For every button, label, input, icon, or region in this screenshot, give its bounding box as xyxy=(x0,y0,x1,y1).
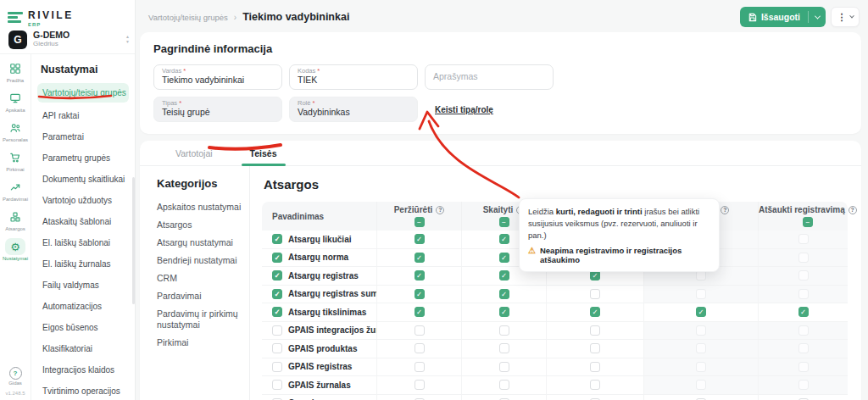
permission-checkbox[interactable]: ✓ xyxy=(499,307,509,317)
permission-checkbox[interactable]: ✓ xyxy=(499,234,509,244)
permission-checkbox[interactable] xyxy=(590,289,600,299)
help-icon[interactable]: ? xyxy=(849,206,857,214)
rail-item-personalas[interactable]: Personalas xyxy=(3,119,28,142)
permission-checkbox[interactable] xyxy=(798,325,809,336)
nav-scrollbar[interactable] xyxy=(132,177,135,304)
permission-checkbox[interactable] xyxy=(798,289,809,299)
category-item-apskaitos-nustatymai[interactable]: Apskaitos nustatymai xyxy=(157,198,242,216)
column-select-all-checkbox[interactable]: − xyxy=(803,217,813,227)
row-select-checkbox[interactable] xyxy=(272,380,282,390)
category-item-crm[interactable]: CRM xyxy=(157,269,242,287)
permission-checkbox[interactable] xyxy=(590,362,600,372)
permission-checkbox[interactable]: ✓ xyxy=(415,289,425,299)
sidebar-item-parametrai[interactable]: Parametrai xyxy=(37,129,129,145)
row-select-checkbox[interactable] xyxy=(272,325,282,336)
rail-item-atsargos[interactable]: Atsargos xyxy=(3,208,28,231)
permission-checkbox[interactable] xyxy=(798,380,809,390)
permission-checkbox[interactable] xyxy=(499,343,509,353)
apra-ymas-field[interactable]: Aprašymas xyxy=(425,64,554,90)
category-item-atsarg-nustatymai[interactable]: Atsargų nustatymai xyxy=(157,234,242,252)
sidebar-item-integracijos-klaidos[interactable]: Integracijos klaidos xyxy=(37,362,129,378)
rail-item-pardavimai[interactable]: Pardavimai xyxy=(3,179,28,202)
row-select-checkbox[interactable] xyxy=(272,343,282,353)
change-type-role-link[interactable]: Keisti tipą/rolę xyxy=(435,105,493,114)
sidebar-item-api-raktai[interactable]: API raktai xyxy=(37,108,129,124)
help-icon[interactable]: ? xyxy=(436,206,444,214)
category-item-pardavim-ir-pirkim-nustatymai[interactable]: Pardavimų ir pirkimų nustatymai xyxy=(157,305,242,334)
sidebar-item-el-lai-k-ablonai[interactable]: El. laiškų šablonai xyxy=(37,235,129,251)
save-dropdown-button[interactable] xyxy=(809,15,826,19)
rail-item-pradžia[interactable]: Pradžia xyxy=(3,60,28,83)
column-select-all-checkbox[interactable]: − xyxy=(499,217,509,227)
permission-checkbox[interactable]: ✓ xyxy=(415,234,425,244)
permission-checkbox[interactable] xyxy=(415,380,425,390)
permission-checkbox[interactable] xyxy=(696,343,706,353)
more-actions-button[interactable]: ⋮ xyxy=(831,7,860,27)
permission-checkbox[interactable]: ✓ xyxy=(798,307,809,317)
permission-checkbox[interactable] xyxy=(798,343,809,353)
permission-checkbox[interactable] xyxy=(696,362,706,372)
vardas-field[interactable]: Vardas *Tiekimo vadybininkai xyxy=(153,64,282,90)
sidebar-item-klasifikatoriai[interactable]: Klasifikatoriai xyxy=(37,341,129,357)
row-select-checkbox[interactable]: ✓ xyxy=(272,289,282,299)
sidebar-item-tvirtinimo-operacijos[interactable]: Tvirtinimo operacijos xyxy=(37,383,129,399)
sidebar-item-dokument-skaitliukai[interactable]: Dokumentų skaitliukai xyxy=(37,171,129,187)
permission-checkbox[interactable]: ✓ xyxy=(415,253,425,263)
permission-checkbox[interactable]: ✓ xyxy=(590,307,600,317)
permission-checkbox[interactable] xyxy=(415,362,425,372)
row-select-checkbox[interactable]: ✓ xyxy=(272,307,282,317)
category-item-atsargos[interactable]: Atsargos xyxy=(157,216,242,234)
permission-checkbox[interactable] xyxy=(798,253,809,263)
sidebar-item-eigos-b-senos[interactable]: Eigos būsenos xyxy=(37,319,129,336)
tab-vartotojai[interactable]: Vartotojai xyxy=(157,141,231,165)
permission-checkbox[interactable] xyxy=(499,380,509,390)
kodas-field[interactable]: Kodas *TIEK xyxy=(289,64,418,90)
category-item-pardavimai[interactable]: Pardavimai xyxy=(157,287,242,305)
sidebar-item-vartotojo-u-duotys[interactable]: Vartotojo užduotys xyxy=(37,192,129,208)
permission-checkbox[interactable] xyxy=(798,234,809,244)
row-select-checkbox[interactable] xyxy=(272,362,282,372)
row-select-checkbox[interactable]: ✓ xyxy=(272,270,282,281)
permission-checkbox[interactable]: ✓ xyxy=(415,270,425,281)
column-select-all-checkbox[interactable]: − xyxy=(415,217,425,227)
guide-button[interactable]: ? Gidas xyxy=(5,367,25,386)
sidebar-item-el-lai-k-urnalas[interactable]: El. laiškų žurnalas xyxy=(37,256,129,272)
row-select-checkbox[interactable]: ✓ xyxy=(272,253,282,263)
permission-checkbox[interactable] xyxy=(415,325,425,336)
permission-checkbox[interactable]: ✓ xyxy=(696,307,706,317)
permission-checkbox[interactable] xyxy=(499,325,509,336)
sidebar-item-parametr-grup-s[interactable]: Parametrų grupės xyxy=(37,150,129,166)
permission-checkbox[interactable]: ✓ xyxy=(415,307,425,317)
permission-checkbox[interactable] xyxy=(590,343,600,353)
permission-checkbox[interactable]: ✓ xyxy=(590,270,600,281)
permission-checkbox[interactable] xyxy=(696,325,706,336)
category-item-bendrieji-nustatymai[interactable]: Bendrieji nustatymai xyxy=(157,252,242,269)
permission-checkbox[interactable]: ✓ xyxy=(499,289,509,299)
permission-checkbox[interactable] xyxy=(696,289,706,299)
rail-item-apskaita[interactable]: Apskaita xyxy=(3,90,28,113)
permission-checkbox[interactable] xyxy=(499,362,509,372)
category-item-pirkimai[interactable]: Pirkimai xyxy=(157,334,242,352)
help-icon[interactable]: ? xyxy=(721,206,729,214)
sidebar-item-automatizacijos[interactable]: Automatizacijos xyxy=(37,298,129,314)
permission-checkbox[interactable]: ✓ xyxy=(499,270,509,281)
permission-checkbox[interactable] xyxy=(798,270,809,281)
sidebar-item-ataskait-ablonai[interactable]: Ataskaitų šablonai xyxy=(37,214,129,230)
sidebar-item-vartotoj-teisi-grup-s[interactable]: Vartotojų/teisių grupės xyxy=(37,83,129,103)
breadcrumb-parent[interactable]: Vartotojų/teisių grupės xyxy=(148,13,228,22)
rail-item-nustatymai[interactable]: ⚙Nustatymai xyxy=(3,238,28,261)
permission-checkbox[interactable] xyxy=(696,270,706,281)
permission-checkbox[interactable]: ✓ xyxy=(499,253,509,263)
row-select-checkbox[interactable]: ✓ xyxy=(272,234,282,244)
permissions-title: Atsargos xyxy=(264,177,848,192)
sidebar-item-fail-valdymas[interactable]: Failų valdymas xyxy=(37,277,129,293)
tab-teis-s[interactable]: Teisės xyxy=(231,141,296,165)
permission-checkbox[interactable] xyxy=(590,325,600,336)
rail-item-pirkimai[interactable]: Pirkimai xyxy=(3,149,28,172)
save-button[interactable]: Išsaugoti xyxy=(740,12,808,22)
permission-checkbox[interactable] xyxy=(798,362,809,372)
permission-checkbox[interactable] xyxy=(590,380,600,390)
permission-checkbox[interactable] xyxy=(415,343,425,353)
permission-checkbox[interactable] xyxy=(696,380,706,390)
account-switcher[interactable]: G G-DEMO Giedrius ▲▼ xyxy=(0,25,135,54)
